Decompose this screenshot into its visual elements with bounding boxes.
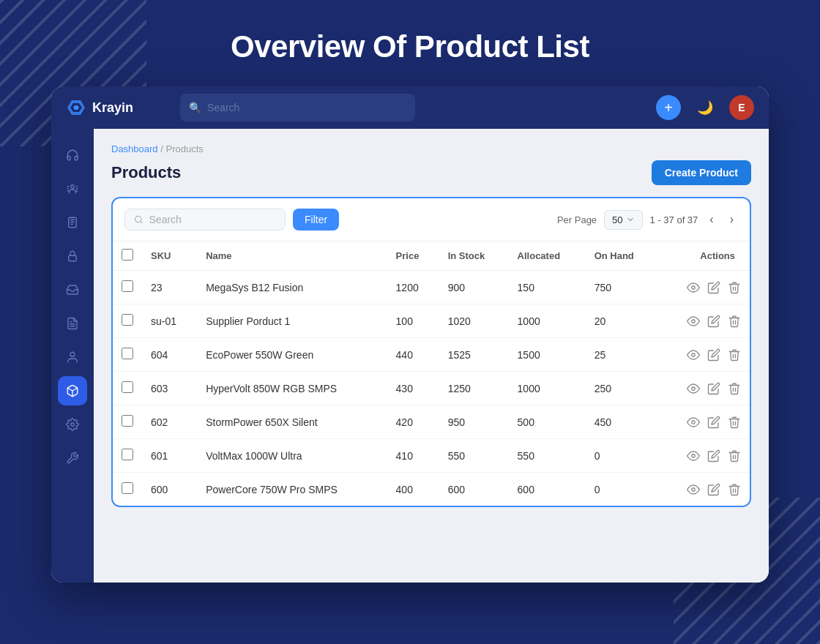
row-checkbox-cell[interactable] [113, 439, 142, 473]
add-button[interactable]: + [656, 95, 681, 120]
view-icon-4[interactable] [687, 416, 700, 429]
delete-icon-4[interactable] [728, 416, 741, 429]
edit-icon-2[interactable] [707, 348, 720, 362]
nav-search-input[interactable] [207, 102, 406, 113]
sidebar-item-lock[interactable] [58, 242, 87, 271]
delete-icon-1[interactable] [728, 315, 741, 328]
row-instock: 600 [439, 473, 509, 506]
delete-icon-0[interactable] [728, 281, 741, 294]
row-actions [658, 338, 750, 372]
row-instock: 1525 [439, 338, 509, 372]
row-sku: 23 [142, 271, 197, 304]
contacts-icon [66, 182, 79, 195]
row-sku: 600 [142, 473, 197, 506]
sidebar-item-products[interactable] [58, 376, 87, 405]
sidebar-item-inbox[interactable] [58, 275, 87, 304]
row-checkbox-5[interactable] [122, 449, 133, 460]
table-toolbar: Filter Per Page 50 1 - 37 of 37 ‹ › [113, 198, 750, 242]
row-name: VoltMax 1000W Ultra [197, 439, 387, 473]
row-name: HyperVolt 850W RGB SMPS [197, 372, 387, 405]
edit-icon-1[interactable] [707, 315, 720, 328]
select-all-header[interactable] [113, 242, 142, 271]
page-title: Overview Of Product List [0, 29, 820, 64]
row-price: 410 [387, 439, 439, 473]
sidebar-item-settings[interactable] [58, 410, 87, 439]
row-onhand: 20 [586, 304, 659, 338]
select-all-checkbox[interactable] [122, 249, 133, 261]
row-checkbox-cell[interactable] [113, 473, 142, 506]
svg-point-21 [692, 420, 696, 424]
pagination-next-button[interactable]: › [726, 211, 738, 228]
svg-point-22 [692, 454, 696, 457]
row-sku: 602 [142, 405, 197, 439]
row-price: 430 [387, 372, 439, 405]
theme-toggle-button[interactable]: 🌙 [693, 95, 718, 120]
edit-icon-3[interactable] [707, 382, 720, 395]
view-icon-2[interactable] [687, 348, 700, 362]
edit-icon-5[interactable] [707, 449, 720, 463]
logo-area: Krayin [66, 97, 168, 118]
nav-search-bar[interactable]: 🔍 [180, 94, 415, 121]
view-icon-5[interactable] [687, 449, 700, 463]
row-name: EcoPower 550W Green [197, 338, 387, 372]
col-instock: In Stock [439, 242, 509, 271]
create-product-button[interactable]: Create Product [652, 160, 751, 185]
per-page-select[interactable]: 50 [604, 210, 642, 230]
sidebar-item-tasks[interactable] [58, 208, 87, 237]
row-checkbox-cell[interactable] [113, 304, 142, 338]
row-checkbox-3[interactable] [122, 381, 133, 393]
row-checkbox-cell[interactable] [113, 338, 142, 372]
col-allocated: Allocated [509, 242, 586, 271]
edit-icon-6[interactable] [707, 483, 720, 496]
tools-icon [66, 452, 79, 465]
row-actions [658, 304, 750, 338]
row-checkbox-cell[interactable] [113, 271, 142, 304]
row-checkbox-4[interactable] [122, 415, 133, 427]
row-checkbox-6[interactable] [122, 482, 133, 494]
breadcrumb-home[interactable]: Dashboard [111, 143, 158, 154]
edit-icon-0[interactable] [707, 281, 720, 294]
col-price: Price [387, 242, 439, 271]
row-checkbox-0[interactable] [122, 280, 133, 292]
delete-icon-3[interactable] [728, 382, 741, 395]
user-avatar[interactable]: E [729, 95, 754, 120]
notes-icon [66, 317, 79, 330]
row-name: PowerCore 750W Pro SMPS [197, 473, 387, 506]
sidebar-item-tools[interactable] [58, 443, 87, 473]
row-actions [658, 405, 750, 439]
view-icon-3[interactable] [687, 382, 700, 395]
row-allocated: 600 [509, 473, 586, 506]
edit-icon-4[interactable] [707, 416, 720, 429]
row-name: MegaSys B12 Fusion [197, 271, 387, 304]
sidebar-item-notes[interactable] [58, 309, 87, 338]
row-checkbox-1[interactable] [122, 314, 133, 326]
content-header: Products Create Product [111, 160, 751, 185]
row-instock: 1250 [439, 372, 509, 405]
view-icon-0[interactable] [687, 281, 700, 294]
view-icon-1[interactable] [687, 315, 700, 328]
row-actions [658, 271, 750, 304]
svg-point-14 [71, 423, 75, 427]
row-price: 1200 [387, 271, 439, 304]
sidebar-item-contacts[interactable] [58, 174, 87, 203]
table-search-input[interactable] [149, 214, 276, 225]
sidebar-item-person[interactable] [58, 342, 87, 372]
row-checkbox-cell[interactable] [113, 405, 142, 439]
filter-button[interactable]: Filter [293, 209, 339, 231]
pagination-prev-button[interactable]: ‹ [705, 211, 718, 228]
svg-point-19 [692, 353, 696, 356]
delete-icon-2[interactable] [728, 348, 741, 362]
svg-point-7 [71, 185, 75, 189]
sidebar-item-support[interactable] [58, 141, 87, 170]
nav-search-icon: 🔍 [189, 102, 201, 113]
row-checkbox-cell[interactable] [113, 372, 142, 405]
row-allocated: 550 [509, 439, 586, 473]
row-allocated: 1000 [509, 304, 586, 338]
table-search-bar[interactable] [124, 209, 286, 231]
table-row: 600 PowerCore 750W Pro SMPS 400 600 600 … [113, 473, 750, 506]
row-checkbox-2[interactable] [122, 348, 133, 359]
view-icon-6[interactable] [687, 483, 700, 496]
row-allocated: 150 [509, 271, 586, 304]
delete-icon-5[interactable] [728, 449, 741, 463]
delete-icon-6[interactable] [728, 483, 741, 496]
